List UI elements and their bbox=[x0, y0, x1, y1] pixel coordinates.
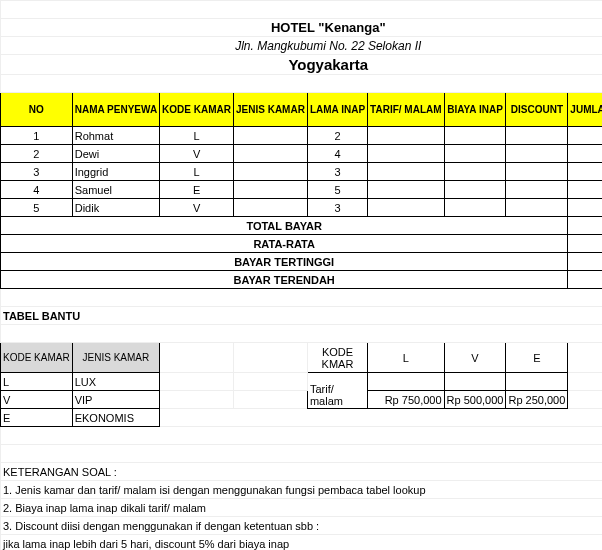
cell-tarif[interactable] bbox=[368, 127, 444, 145]
summary-total[interactable]: TOTAL BAYAR bbox=[1, 217, 568, 235]
col-biaya[interactable]: BIAYA INAP bbox=[444, 93, 506, 127]
bantu-tarif-label[interactable]: Tarif/ malam bbox=[307, 373, 367, 409]
spreadsheet: HOTEL "Kenanga" Jln. Mangkubumi No. 22 S… bbox=[0, 0, 602, 550]
table-row: 4 Samuel E 5 bbox=[1, 181, 603, 199]
table-row: 2 Dewi V 4 bbox=[1, 145, 603, 163]
header-row: NO NAMA PENYEWA KODE KAMAR JENIS KAMAR L… bbox=[1, 93, 603, 127]
summary-rata[interactable]: RATA-RATA bbox=[1, 235, 568, 253]
ket-item: jika lama inap lebih dari 5 hari, discou… bbox=[1, 535, 603, 551]
col-jenis[interactable]: JENIS KAMAR bbox=[234, 93, 308, 127]
ket-title: KETERANGAN SOAL : bbox=[1, 463, 603, 481]
cell-lama[interactable]: 2 bbox=[307, 127, 367, 145]
ket-item: 3. Discount diisi dengan menggunakan if … bbox=[1, 517, 603, 535]
cell-disc[interactable] bbox=[506, 127, 568, 145]
bantu-left-jenis-hdr[interactable]: JENIS KAMAR bbox=[72, 343, 159, 373]
cell-jenis[interactable] bbox=[234, 127, 308, 145]
cell-no[interactable]: 1 bbox=[1, 127, 73, 145]
summary-tinggi[interactable]: BAYAR TERTINGGI bbox=[1, 253, 568, 271]
cell-jumlah[interactable] bbox=[568, 127, 602, 145]
col-no[interactable]: NO bbox=[1, 93, 73, 127]
table-row: 1 Rohmat L 2 bbox=[1, 127, 603, 145]
ket-item: 1. Jenis kamar dan tarif/ malam isi deng… bbox=[1, 481, 603, 499]
col-kode[interactable]: KODE KAMAR bbox=[160, 93, 234, 127]
cell-nama[interactable]: Rohmat bbox=[72, 127, 159, 145]
hotel-city: Yogyakarta bbox=[1, 55, 603, 75]
hotel-title: HOTEL "Kenanga" bbox=[1, 19, 603, 37]
col-disc[interactable]: DISCOUNT bbox=[506, 93, 568, 127]
bantu-left-kode-hdr[interactable]: KODE KAMAR bbox=[1, 343, 73, 373]
table-row: 5 Didik V 3 bbox=[1, 199, 603, 217]
col-lama[interactable]: LAMA INAP bbox=[307, 93, 367, 127]
ket-item: 2. Biaya inap lama inap dikali tarif/ ma… bbox=[1, 499, 603, 517]
col-jumlah[interactable]: JUMLAH BAYAR bbox=[568, 93, 602, 127]
col-tarif[interactable]: TARIF/ MALAM bbox=[368, 93, 444, 127]
hotel-address: Jln. Mangkubumi No. 22 Selokan II bbox=[1, 37, 603, 55]
cell-kode[interactable]: L bbox=[160, 127, 234, 145]
bantu-right-kode-hdr[interactable]: KODE KMAR bbox=[307, 343, 367, 373]
summary-rendah[interactable]: BAYAR TERENDAH bbox=[1, 271, 568, 289]
table-row: 3 Inggrid L 3 bbox=[1, 163, 603, 181]
cell-biaya[interactable] bbox=[444, 127, 506, 145]
col-nama[interactable]: NAMA PENYEWA bbox=[72, 93, 159, 127]
bantu-title: TABEL BANTU bbox=[1, 307, 603, 325]
